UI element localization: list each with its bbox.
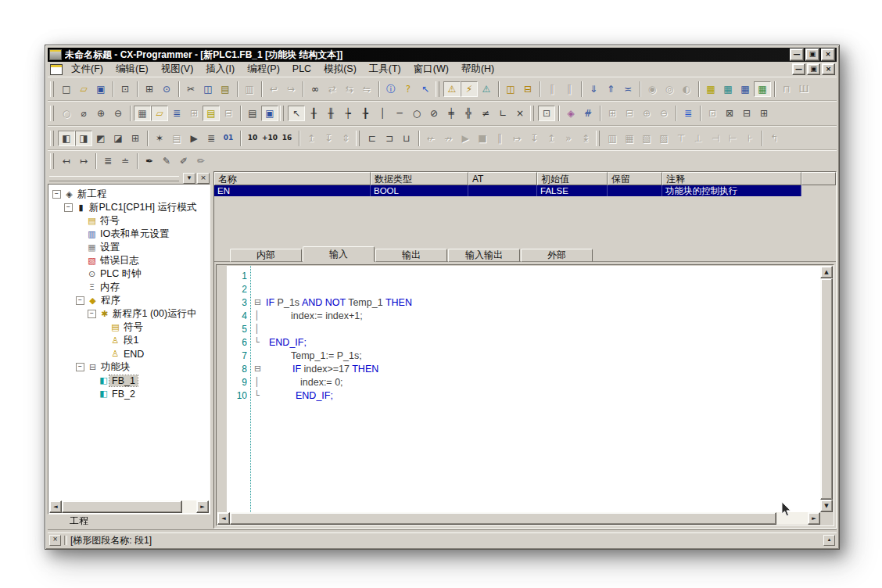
- bookmark-prev-button[interactable]: ✐: [175, 153, 192, 169]
- mode-monitor-button[interactable]: ▦: [737, 81, 754, 97]
- compare-with-plc-button[interactable]: ≍: [619, 81, 636, 97]
- toolbar-grip[interactable]: [596, 131, 600, 146]
- scroll-down-icon[interactable]: ▼: [820, 500, 833, 512]
- tree-hscrollbar[interactable]: ◄ ►: [49, 500, 209, 513]
- mode-debug-button[interactable]: ▦: [719, 81, 737, 97]
- tree-item-plc-clock[interactable]: ⊙PLC 时钟: [49, 267, 209, 281]
- column-header-name[interactable]: 名称: [214, 172, 371, 185]
- new-instruction-button[interactable]: ╪: [443, 106, 460, 121]
- new-closed-contact-button[interactable]: ╫: [322, 106, 339, 121]
- ci-view-button[interactable]: ▣: [261, 106, 278, 121]
- show-grid-button[interactable]: ▦: [134, 106, 151, 121]
- cut-button[interactable]: ✂: [182, 81, 199, 97]
- tree-item-io-table[interactable]: ▥IO表和单元设置: [49, 228, 209, 241]
- menu-plc[interactable]: PLC: [286, 63, 317, 76]
- code-line-9[interactable]: 9│index:= 0;: [227, 376, 820, 389]
- bookmark-clear-button[interactable]: ✏: [192, 153, 210, 169]
- close-button[interactable]: ×: [821, 48, 835, 61]
- symbol-report-button[interactable]: ⊡: [117, 81, 134, 97]
- tree-item-function-blocks[interactable]: −⊟功能块: [49, 360, 209, 374]
- properties-button[interactable]: ✶: [151, 131, 168, 146]
- new-file-button[interactable]: □: [58, 81, 75, 97]
- minimize-button[interactable]: —: [792, 63, 805, 75]
- keyboard-mapping-button[interactable]: #: [579, 106, 597, 121]
- code-line-6[interactable]: 6└END_IF;: [227, 336, 820, 350]
- dock-grip[interactable]: [49, 176, 179, 181]
- online-edit-release-button[interactable]: ⊔: [398, 131, 415, 146]
- dock-menu-button[interactable]: ▾: [183, 173, 195, 184]
- menu-program[interactable]: 编程(P): [241, 63, 286, 76]
- menu-edit[interactable]: 编辑(E): [109, 63, 155, 76]
- toolbar-grip[interactable]: [436, 81, 439, 97]
- code-line-10[interactable]: 10└END_IF;: [227, 389, 820, 403]
- open-file-button[interactable]: ▱: [75, 81, 92, 97]
- scroll-right-icon[interactable]: ►: [808, 512, 820, 525]
- variable-tab-0[interactable]: 内部: [230, 249, 302, 262]
- instruction-palette-button[interactable]: ◈: [562, 106, 579, 121]
- help-button[interactable]: ?: [400, 81, 417, 97]
- tree-item-project-root[interactable]: −◈新工程: [49, 188, 209, 201]
- toolbar-grip[interactable]: [356, 131, 360, 146]
- code-line-5[interactable]: 5│: [227, 323, 820, 336]
- code-line-1[interactable]: 1: [227, 270, 820, 283]
- tree-item-program-1-symbols[interactable]: ▤符号: [49, 321, 209, 334]
- code-line-8[interactable]: 8⊟IF index>=17 THEN: [227, 363, 820, 376]
- menu-view[interactable]: 视图(V): [155, 63, 200, 76]
- code-line-4[interactable]: 4│index:= index+1;: [227, 310, 820, 323]
- new-closed-coil-button[interactable]: ⊘: [425, 106, 443, 121]
- set-value-sheet-button[interactable]: ⊟: [738, 106, 755, 121]
- smart-input-button[interactable]: ▶: [185, 131, 203, 146]
- expander-program-1[interactable]: −: [88, 310, 96, 318]
- symbol-tree-button[interactable]: ≣: [679, 106, 697, 121]
- close-button[interactable]: ×: [822, 63, 835, 75]
- expander-function-blocks[interactable]: −: [76, 363, 84, 371]
- toolbar-grip[interactable]: [280, 106, 284, 121]
- about-info-button[interactable]: ⓘ: [382, 81, 400, 97]
- code-line-2[interactable]: 2: [227, 283, 820, 296]
- expander-programs[interactable]: −: [76, 296, 84, 305]
- paste-button[interactable]: ▤: [217, 81, 234, 97]
- expander-plc-device[interactable]: −: [64, 203, 73, 212]
- toolbar-grip[interactable]: [50, 81, 54, 97]
- document-window-icon[interactable]: [50, 64, 63, 75]
- tree-item-fb-2[interactable]: ◧FB_2: [49, 387, 209, 400]
- check-sheet-button[interactable]: ⊞: [755, 106, 773, 121]
- editor-vscroll-thumb[interactable]: [820, 278, 833, 500]
- watch-decimal-button[interactable]: 10: [244, 131, 261, 146]
- menu-insert[interactable]: 插入(I): [199, 63, 241, 76]
- tree-item-section-1[interactable]: ♙段1: [49, 334, 209, 347]
- format-align-button[interactable]: ≐: [117, 153, 134, 169]
- download-to-plc-button[interactable]: ⇓: [585, 81, 602, 97]
- online-edit-view-button[interactable]: ⊡: [538, 106, 555, 121]
- rung-comment-button[interactable]: ▱: [151, 106, 168, 121]
- watch-signed-decimal-button[interactable]: +10: [261, 131, 278, 146]
- toolbar-grip[interactable]: [50, 153, 54, 169]
- menu-simulation[interactable]: 模拟(S): [317, 63, 363, 76]
- new-inverted-instruction-button[interactable]: ≠: [477, 106, 494, 121]
- code-line-7[interactable]: 7Temp_1:= P_1s;: [227, 350, 820, 363]
- force-status-sheet-button[interactable]: ⊠: [721, 106, 738, 121]
- tree-item-settings[interactable]: ▦设置: [49, 241, 209, 254]
- editor-hscroll-thumb[interactable]: [230, 512, 776, 525]
- tree-hscroll-thumb[interactable]: [62, 500, 182, 513]
- restore-button[interactable]: ▣: [805, 48, 819, 61]
- variable-tab-1[interactable]: 输入: [303, 246, 375, 262]
- variable-tab-3[interactable]: 输入输出: [448, 249, 520, 262]
- select-mode-button[interactable]: ↖: [288, 106, 305, 121]
- output-close-button[interactable]: ×: [49, 535, 61, 546]
- code-line-3[interactable]: 3⊟IF P_1s AND NOT Temp_1 THEN: [227, 296, 820, 310]
- menu-file[interactable]: 文件(F): [65, 63, 109, 76]
- variable-tab-2[interactable]: 输出: [375, 249, 447, 262]
- zoom-out-button[interactable]: ⊖: [109, 106, 127, 121]
- find-compile-error-button[interactable]: ⚠: [478, 81, 495, 97]
- editor-hscrollbar[interactable]: ◄ ►: [217, 512, 820, 525]
- menu-tools[interactable]: 工具(T): [363, 63, 407, 76]
- column-header-data_type[interactable]: 数据类型: [371, 172, 468, 185]
- bookmark-toggle-button[interactable]: ✒: [141, 153, 158, 169]
- scroll-right-icon[interactable]: ►: [196, 500, 209, 513]
- upload-from-plc-button[interactable]: ⇑: [602, 81, 619, 97]
- compile-program-button[interactable]: ⚠: [443, 81, 461, 97]
- output-scroll-up-button[interactable]: ▴: [823, 535, 835, 546]
- print-preview-button[interactable]: ⊙: [158, 81, 175, 97]
- toggle-workspace-button[interactable]: ◧: [58, 131, 75, 146]
